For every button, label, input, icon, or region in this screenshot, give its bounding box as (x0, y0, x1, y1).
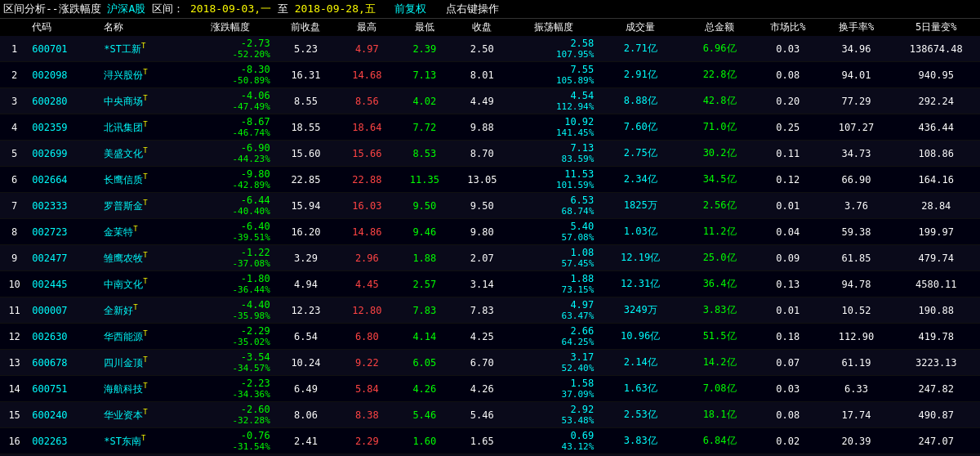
title-interval-label: 区间： (152, 2, 184, 15)
row-amplitude-pct: 52.40% (514, 363, 595, 373)
row-amplitude-pct: 53.48% (514, 415, 595, 426)
row-5day: 199.97 (919, 226, 954, 238)
row-code[interactable]: 002098 (32, 69, 67, 81)
row-name[interactable]: 四川金顶T (104, 357, 147, 369)
row-close: 9.88 (470, 122, 494, 133)
row-name[interactable]: 美盛文化T (104, 148, 147, 159)
table-header: 代码 名称 涨跌幅度 前收盘 最高 最低 收盘 振荡幅度 成交量 总金额 市场比… (0, 19, 980, 36)
row-amount: 7.08亿 (703, 382, 737, 394)
row-name[interactable]: 浔兴股份T (104, 69, 147, 81)
row-change-pct: -46.74% (190, 127, 270, 138)
row-change-pct: -39.51% (190, 232, 270, 243)
row-code[interactable]: 002333 (32, 200, 67, 212)
row-volume: 2.53亿 (624, 409, 657, 420)
title-date-end: 2018-09-28,五 (295, 2, 376, 15)
row-change-val: -8.67 (190, 116, 270, 127)
row-close: 2.50 (470, 43, 494, 55)
row-change-val: -6.90 (190, 142, 270, 154)
table-row: 15600240华业资本T-2.60-32.28%8.068.385.465.4… (0, 402, 980, 428)
row-name[interactable]: 中南文化T (104, 279, 147, 290)
row-name[interactable]: 中央商场T (104, 96, 147, 107)
row-low: 5.46 (412, 409, 436, 421)
row-name[interactable]: 全新好T (104, 305, 137, 316)
row-name[interactable]: 海航科技T (104, 383, 147, 395)
row-preclose: 16.31 (291, 69, 320, 81)
row-code[interactable]: 002723 (32, 226, 67, 238)
row-market-pct: 0.01 (776, 305, 800, 316)
row-change-pct: -40.40% (190, 206, 270, 217)
row-5day: 419.78 (919, 331, 954, 342)
row-close: 9.50 (470, 200, 494, 212)
row-5day: 164.16 (919, 174, 954, 186)
row-high: 14.68 (352, 69, 381, 81)
row-amount: 30.2亿 (703, 147, 737, 159)
row-change-val: -2.73 (190, 38, 270, 49)
row-amount: 11.2亿 (703, 226, 737, 237)
header-market-pct: 市场比% (755, 19, 820, 36)
row-name[interactable]: *ST东南T (104, 436, 145, 447)
header-day5: 5日量变% (893, 19, 980, 36)
row-amplitude-pct: 112.94% (514, 101, 595, 112)
row-change-val: -2.60 (190, 404, 270, 415)
row-name[interactable]: 罗普斯金T (104, 200, 147, 212)
row-preclose: 3.29 (294, 253, 318, 264)
row-close: 8.70 (470, 148, 494, 159)
header-num (0, 19, 29, 36)
row-change-val: -3.54 (190, 351, 270, 363)
row-change-val: -1.80 (190, 273, 270, 284)
row-name[interactable]: 长鹰信质T (104, 174, 147, 186)
row-name[interactable]: 华西能源T (104, 331, 147, 342)
row-code[interactable]: 002477 (32, 253, 67, 264)
table-row: 1600701*ST工新T-2.73-52.20%5.234.972.392.5… (0, 36, 980, 62)
row-code[interactable]: 002664 (32, 174, 67, 186)
header-amplitude: 振荡幅度 (511, 19, 598, 36)
row-turnover: 61.19 (841, 357, 871, 369)
row-code[interactable]: 002699 (32, 148, 67, 159)
row-market-pct: 0.13 (776, 279, 800, 290)
row-turnover: 3.76 (844, 200, 868, 212)
row-name[interactable]: 金茉特T (104, 226, 137, 238)
header-turnover: 换手率% (820, 19, 892, 36)
row-num: 15 (8, 409, 20, 421)
row-amplitude-pct: 63.47% (514, 311, 595, 321)
row-change-pct: -50.89% (190, 75, 270, 86)
row-name[interactable]: 华业资本T (104, 409, 147, 421)
row-change-val: -0.76 (190, 430, 270, 441)
row-amount: 42.8亿 (703, 95, 737, 106)
row-preclose: 5.23 (294, 43, 318, 55)
row-low: 8.53 (412, 148, 436, 159)
row-amplitude-val: 11.53 (514, 168, 595, 180)
row-amount: 36.4亿 (703, 278, 737, 289)
row-close: 1.65 (470, 436, 494, 447)
row-code[interactable]: 600751 (32, 383, 67, 395)
row-low: 7.83 (412, 305, 436, 316)
row-market-pct: 0.12 (776, 174, 800, 186)
row-market-pct: 0.20 (776, 96, 800, 107)
row-code[interactable]: 600280 (32, 96, 67, 107)
row-code[interactable]: 600678 (32, 357, 67, 369)
row-market-pct: 0.01 (776, 200, 800, 212)
row-code[interactable]: 002359 (32, 122, 67, 133)
row-high: 8.56 (355, 96, 379, 107)
row-low: 6.05 (412, 357, 436, 369)
row-amplitude-val: 4.54 (514, 90, 595, 101)
row-name[interactable]: *ST工新T (104, 43, 145, 55)
row-market-pct: 0.07 (776, 357, 800, 369)
title-operation: 点右键操作 (446, 2, 499, 15)
row-code[interactable]: 002445 (32, 279, 67, 290)
row-name[interactable]: 北讯集团T (104, 122, 147, 133)
row-num: 5 (11, 148, 17, 159)
row-code[interactable]: 600701 (32, 43, 67, 55)
header-amount: 总金额 (684, 19, 755, 36)
row-name[interactable]: 雏鹰农牧T (104, 253, 147, 264)
row-code[interactable]: 600240 (32, 409, 67, 421)
row-code[interactable]: 000007 (32, 305, 67, 316)
row-low: 1.60 (412, 436, 436, 447)
row-close: 3.14 (470, 279, 494, 290)
row-preclose: 6.54 (294, 331, 318, 342)
row-low: 4.02 (412, 96, 436, 107)
row-code[interactable]: 002630 (32, 331, 67, 342)
row-code[interactable]: 002263 (32, 436, 67, 447)
title-date-start: 2018-09-03,一 (190, 2, 271, 15)
row-amplitude-val: 1.88 (514, 273, 595, 284)
